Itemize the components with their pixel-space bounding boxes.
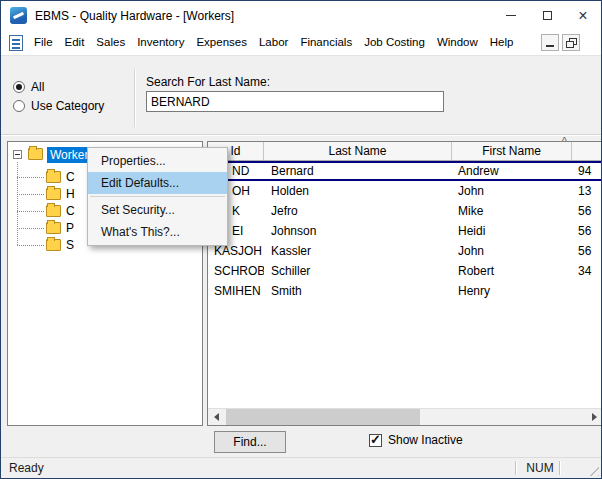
scroll-right-button[interactable] [586, 409, 602, 425]
grid-header: Id Last Name First Name [208, 142, 602, 161]
tree-connector [17, 177, 44, 178]
radio-all-label[interactable]: All [31, 80, 44, 94]
cell-value: 13 [572, 181, 602, 201]
status-num-indicator: NUM [523, 461, 557, 475]
cell-value: 56 [572, 221, 602, 241]
menu-file[interactable]: File [28, 30, 59, 55]
menu-sales[interactable]: Sales [90, 30, 131, 55]
menu-job-costing[interactable]: Job Costing [358, 30, 431, 55]
minimize-button[interactable] [493, 1, 529, 30]
resize-grip[interactable] [586, 463, 599, 476]
tree-expander-icon[interactable] [13, 150, 22, 159]
menu-labor[interactable]: Labor [253, 30, 294, 55]
mdi-minimize-icon [546, 45, 554, 47]
context-menu-set-security[interactable]: Set Security... [88, 199, 227, 221]
tree-connector [17, 228, 44, 229]
folder-icon [46, 188, 61, 200]
table-row[interactable]: KASJOH Kassler John 56 [208, 241, 602, 261]
arrow-left-icon [214, 413, 219, 421]
table-row[interactable]: SMIHEN Smith Henry [208, 281, 602, 301]
tree-connector [17, 162, 18, 245]
arrow-right-icon [592, 413, 597, 421]
column-header-last-name[interactable]: Last Name [264, 142, 452, 160]
minimize-icon [506, 15, 516, 16]
search-input[interactable] [146, 91, 444, 112]
cell-last-name: Kassler [264, 241, 452, 261]
cell-id: SMIHEN [208, 281, 264, 301]
tree-connector [17, 245, 44, 246]
folder-icon [46, 222, 61, 234]
find-button[interactable]: Find... [214, 431, 286, 453]
table-row[interactable]: K Jefro Mike 56 [208, 201, 602, 221]
table-row[interactable]: OH Holden John 13 [208, 181, 602, 201]
folder-icon [46, 239, 61, 251]
maximize-icon [543, 11, 552, 20]
cell-value [572, 281, 602, 301]
window-title: EBMS - Quality Hardware - [Workers] [35, 9, 234, 23]
titlebar[interactable]: EBMS - Quality Hardware - [Workers] × [1, 1, 601, 30]
tree-connector [17, 194, 44, 195]
context-menu-separator [90, 196, 225, 197]
tree-child-1[interactable]: C [66, 170, 75, 184]
cell-value: 34 [572, 261, 602, 281]
show-inactive-label[interactable]: Show Inactive [388, 433, 463, 447]
statusbar: Ready NUM [1, 457, 601, 478]
radio-use-category[interactable] [13, 100, 25, 112]
menu-edit[interactable]: Edit [59, 30, 91, 55]
app-icon [10, 7, 27, 24]
status-pane-separator [559, 461, 561, 475]
menu-items: File Edit Sales Inventory Expenses Labor… [28, 30, 519, 55]
table-row[interactable]: EI Johnson Heidi 56 [208, 221, 602, 241]
context-menu-edit-defaults[interactable]: Edit Defaults... [88, 172, 227, 194]
mdi-restore-icon [566, 38, 576, 47]
horizontal-scrollbar[interactable] [208, 408, 602, 425]
scrollbar-thumb[interactable] [226, 409, 420, 425]
folder-icon [46, 205, 61, 217]
show-inactive-checkbox[interactable]: ✓ [369, 434, 382, 447]
cell-first-name: Henry [452, 281, 572, 301]
tree-child-3[interactable]: C [66, 204, 75, 218]
radio-use-category-label[interactable]: Use Category [31, 99, 104, 113]
context-menu-whats-this[interactable]: What's This?... [88, 221, 227, 243]
search-label: Search For Last Name: [146, 75, 270, 89]
tree-child-2[interactable]: H [66, 187, 75, 201]
tree-connector [17, 211, 44, 212]
cell-last-name: Schiller [264, 261, 452, 281]
radio-all[interactable] [13, 81, 25, 93]
maximize-button[interactable] [529, 1, 565, 30]
cell-id: SCHROB [208, 261, 264, 281]
close-icon: × [578, 8, 587, 24]
table-row[interactable]: SCHROB Schiller Robert 34 [208, 261, 602, 281]
horizontal-divider [1, 134, 602, 136]
menu-inventory[interactable]: Inventory [131, 30, 190, 55]
workers-grid: Id Last Name First Name ND Bernard Andre… [207, 141, 602, 426]
context-menu: Properties... Edit Defaults... Set Secur… [87, 147, 228, 246]
vertical-divider [134, 69, 136, 127]
mdi-restore-button[interactable] [562, 34, 580, 51]
column-header-cutoff[interactable] [572, 142, 602, 160]
menubar: File Edit Sales Inventory Expenses Labor… [1, 30, 601, 56]
menu-financials[interactable]: Financials [294, 30, 358, 55]
folder-icon [46, 171, 61, 183]
mdi-minimize-button[interactable] [541, 34, 559, 51]
scroll-left-button[interactable] [208, 409, 225, 425]
cell-value: 94 [572, 163, 602, 179]
check-icon: ✓ [370, 433, 381, 446]
tree-child-4[interactable]: P [66, 221, 74, 235]
cell-first-name: Robert [452, 261, 572, 281]
tree-child-5[interactable]: S [66, 238, 74, 252]
table-row[interactable]: ND Bernard Andrew 94 [208, 161, 602, 181]
cell-first-name: John [452, 181, 572, 201]
context-menu-properties[interactable]: Properties... [88, 150, 227, 172]
column-header-first-name[interactable]: First Name [452, 142, 572, 160]
open-folder-icon [28, 148, 43, 160]
menu-expenses[interactable]: Expenses [190, 30, 253, 55]
menu-window[interactable]: Window [431, 30, 484, 55]
cell-first-name: Andrew [452, 163, 572, 179]
menu-help[interactable]: Help [484, 30, 520, 55]
app-window: EBMS - Quality Hardware - [Workers] × Fi… [0, 0, 602, 479]
cell-last-name: Bernard [264, 163, 452, 179]
cell-value: 56 [572, 241, 602, 261]
mdi-child-icon[interactable] [9, 35, 23, 51]
close-button[interactable]: × [565, 1, 601, 30]
